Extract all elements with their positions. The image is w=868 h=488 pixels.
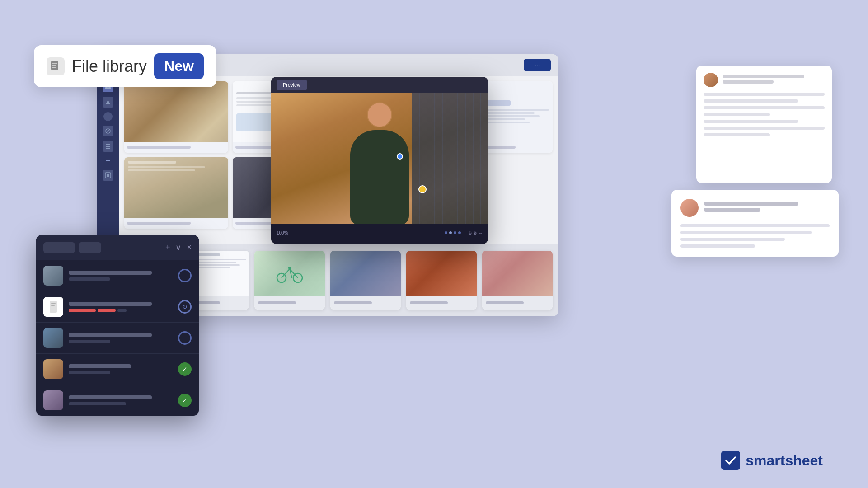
task-name-line-3 (69, 333, 152, 337)
task-item-1[interactable] (36, 260, 199, 291)
task-sub-line-1 (69, 277, 110, 281)
cc-line-4 (680, 244, 755, 248)
task-avatar-2 (43, 297, 63, 317)
svg-rect-10 (106, 146, 110, 147)
thumb-image-room (124, 81, 228, 142)
smartsheet-logo: smartsheet (721, 451, 823, 470)
task-name-line-2 (69, 302, 152, 306)
svg-point-16 (288, 267, 291, 269)
sidebar-icon-3[interactable] (103, 112, 113, 121)
task-status-refresh-2[interactable]: ↻ (178, 300, 192, 314)
task-avatar-1 (43, 266, 63, 286)
thumb-image-arch (124, 157, 228, 218)
bottom-thumb-img-bike (254, 251, 325, 296)
comment-name-line-1 (723, 75, 804, 78)
bottom-thumb-bike[interactable] (254, 251, 325, 310)
video-dot-3 (454, 231, 456, 234)
task-info-2 (69, 302, 173, 312)
task-sub-line-5 (69, 402, 126, 405)
task-status-check-5[interactable]: ✓ (178, 394, 192, 407)
cc-name-line-1 (704, 202, 798, 206)
task-status-check-4[interactable]: ✓ (178, 362, 192, 376)
bottom-thumb-building[interactable] (330, 251, 401, 310)
task-item-4[interactable]: ✓ (36, 354, 199, 385)
comment-header (704, 73, 825, 87)
task-name-line-1 (69, 271, 152, 275)
new-badge: New (154, 53, 204, 79)
video-tools: ⊕ ⊗ ↔ (468, 230, 483, 235)
svg-rect-1 (52, 63, 57, 64)
file-library-icon (47, 57, 65, 75)
video-dot-4 (458, 231, 461, 234)
sidebar-icon-2[interactable] (103, 97, 113, 108)
task-panel-header: + ∨ × (36, 235, 199, 260)
window-action-button[interactable]: ··· (524, 59, 551, 71)
sidebar-icon-4[interactable] (103, 126, 113, 136)
video-header: Preview (271, 77, 488, 93)
task-info-3 (69, 333, 173, 343)
bottom-thumb-footer-building (330, 296, 401, 310)
add-task-button[interactable]: + (165, 243, 170, 253)
video-separator: + (294, 230, 296, 235)
close-task-panel-button[interactable]: × (187, 243, 192, 253)
comment-name-lines (723, 75, 825, 85)
cc-line-2 (680, 231, 812, 234)
video-preview-window: Preview 100% + ⊕ ⊗ ↔ (271, 77, 488, 244)
comment-card-lines (680, 224, 830, 248)
svg-rect-13 (107, 174, 109, 177)
thumb-label-1 (124, 142, 228, 153)
bottom-thumb-footer-person2 (406, 296, 477, 310)
task-status-circle-1[interactable] (178, 269, 192, 282)
video-footer: 100% + ⊕ ⊗ ↔ (271, 224, 488, 241)
sidebar-icon-6[interactable] (103, 170, 113, 181)
bottom-thumb-img-orange (482, 251, 553, 296)
expand-button[interactable]: ∨ (175, 243, 181, 253)
task-header-pills (43, 242, 161, 253)
bottom-thumb-orange[interactable] (482, 251, 553, 310)
task-pill-1 (43, 242, 75, 253)
comment-line-7 (704, 133, 770, 136)
svg-rect-19 (51, 305, 55, 306)
thumb-label-bar (127, 146, 191, 149)
thumb-cell-1[interactable] (124, 81, 228, 153)
task-item-2[interactable]: ↻ (36, 291, 199, 323)
task-status-circle-3[interactable] (178, 331, 192, 345)
bottom-thumb-tag-building (334, 301, 372, 304)
svg-rect-18 (51, 303, 56, 304)
task-item-3[interactable] (36, 323, 199, 354)
task-sub-line-3 (69, 340, 110, 343)
task-item-5[interactable]: ✓ (36, 385, 199, 416)
svg-rect-3 (52, 67, 56, 68)
video-tab[interactable]: Preview (277, 80, 307, 90)
task-info-5 (69, 395, 173, 405)
bottom-thumb-person2[interactable] (406, 251, 477, 310)
thumb-label-5 (124, 218, 228, 229)
comment-card (671, 190, 839, 257)
sidebar-icon-5[interactable] (103, 141, 113, 152)
comment-line-4 (704, 113, 770, 116)
cc-line-1 (680, 224, 830, 227)
task-info-4 (69, 364, 173, 374)
svg-rect-6 (105, 87, 108, 89)
file-library-badge: File library New (34, 45, 216, 87)
video-dot-2 (449, 231, 452, 234)
svg-rect-9 (106, 144, 110, 145)
svg-rect-2 (52, 65, 56, 66)
comment-line-1 (704, 93, 825, 96)
thumb-cell-5[interactable] (124, 157, 228, 229)
bottom-thumb-tag-person2 (410, 301, 448, 304)
comment-avatar (704, 73, 718, 87)
bottom-thumb-footer-bike (254, 296, 325, 310)
thumb-label-bar-5 (127, 222, 191, 225)
task-sub-line-4 (69, 371, 110, 374)
task-header-actions[interactable]: + ∨ × (165, 243, 192, 253)
task-info-1 (69, 271, 173, 281)
task-name-line-4 (69, 364, 131, 368)
comment-card-header (680, 199, 830, 217)
sidebar-add-button[interactable]: + (103, 156, 113, 165)
video-zoom-level: 100% (277, 230, 288, 235)
video-dot-1 (445, 231, 447, 234)
task-name-line-5 (69, 395, 152, 399)
task-panel: + ∨ × (36, 235, 199, 416)
comment-panel (696, 66, 832, 183)
